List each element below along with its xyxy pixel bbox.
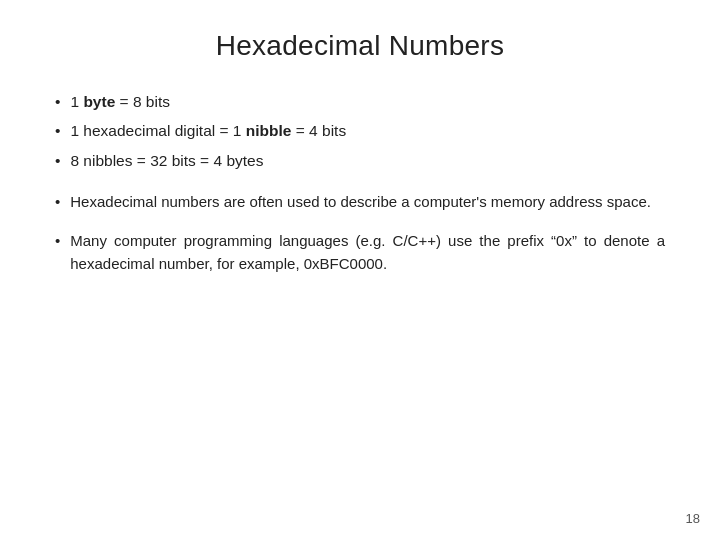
bullet-icon: • bbox=[55, 90, 60, 113]
bullet-icon: • bbox=[55, 190, 60, 213]
list-item: • Hexadecimal numbers are often used to … bbox=[55, 190, 665, 213]
list-item: • 8 nibbles = 32 bits = 4 bytes bbox=[55, 149, 665, 172]
bullet-text-3: 8 nibbles = 32 bits = 4 bytes bbox=[70, 149, 263, 172]
para-text-1: Hexadecimal numbers are often used to de… bbox=[70, 190, 665, 213]
list-item: • Many computer programming languages (e… bbox=[55, 229, 665, 276]
list-item: • 1 byte = 8 bits bbox=[55, 90, 665, 113]
bold-nibble: nibble bbox=[246, 122, 292, 139]
bullet-text-1: 1 byte = 8 bits bbox=[70, 90, 170, 113]
bullet-list: • 1 byte = 8 bits • 1 hexadecimal digita… bbox=[55, 90, 665, 172]
slide-number: 18 bbox=[686, 511, 700, 526]
slide-title: Hexadecimal Numbers bbox=[55, 30, 665, 62]
bold-byte: byte bbox=[83, 93, 115, 110]
slide: Hexadecimal Numbers • 1 byte = 8 bits • … bbox=[0, 0, 720, 540]
paragraph-list: • Hexadecimal numbers are often used to … bbox=[55, 190, 665, 276]
bullet-icon: • bbox=[55, 149, 60, 172]
bullet-icon: • bbox=[55, 229, 60, 252]
para-text-2: Many computer programming languages (e.g… bbox=[70, 229, 665, 276]
bullet-text-2: 1 hexadecimal digital = 1 nibble = 4 bit… bbox=[70, 119, 346, 142]
bullet-icon: • bbox=[55, 119, 60, 142]
list-item: • 1 hexadecimal digital = 1 nibble = 4 b… bbox=[55, 119, 665, 142]
